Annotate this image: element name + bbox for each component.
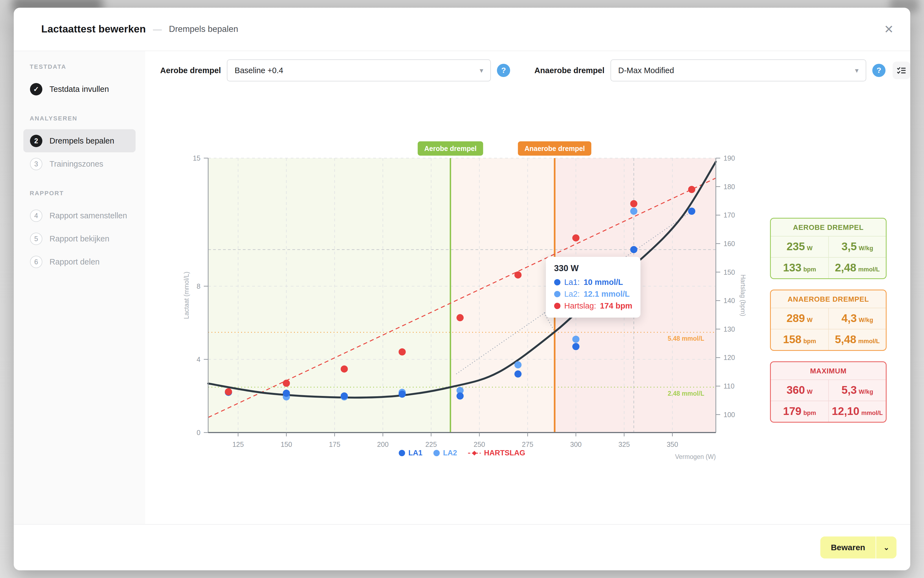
close-icon[interactable]: ✕ bbox=[880, 20, 898, 38]
la2-dot-icon bbox=[554, 291, 560, 297]
la1-dot-icon bbox=[399, 450, 405, 456]
legend-item-la2[interactable]: LA2 bbox=[434, 449, 457, 457]
page-title: Lactaattest bewerken bbox=[41, 23, 146, 35]
data-point-hartslag[interactable] bbox=[283, 380, 290, 387]
spacer bbox=[14, 101, 145, 115]
aerobic-threshold-select[interactable]: Baseline +0.4 ▾ bbox=[227, 59, 491, 81]
sidebar-item-label: Rapport samenstellen bbox=[49, 211, 127, 220]
card-cell: 5,48mmol/L bbox=[828, 329, 886, 350]
data-point-la2[interactable] bbox=[515, 361, 522, 369]
card-cell: 360W bbox=[771, 380, 828, 401]
sidebar-item-label: Rapport bekijken bbox=[49, 234, 109, 244]
data-point-la1[interactable] bbox=[688, 208, 695, 215]
aerobic-help-icon[interactable]: ? bbox=[497, 64, 510, 77]
save-split-button[interactable]: Bewaren ⌄ bbox=[820, 536, 896, 559]
card-title: ANAEROBE DREMPEL bbox=[771, 291, 886, 308]
svg-text:200: 200 bbox=[377, 440, 388, 448]
heart-rate-dot-icon bbox=[554, 303, 560, 309]
svg-text:225: 225 bbox=[425, 440, 437, 448]
anaerobic-help-icon[interactable]: ? bbox=[872, 64, 885, 77]
anaerobic-threshold-select[interactable]: D-Max Modified ▾ bbox=[611, 59, 866, 81]
anaerobic-threshold-pill[interactable]: Anaerobe drempel bbox=[518, 141, 591, 156]
svg-text:180: 180 bbox=[724, 183, 735, 190]
tooltip-row-hartslag: Hartslag: 174 bpm bbox=[554, 301, 632, 310]
card-cell: 133bpm bbox=[771, 257, 828, 278]
lactate-chart[interactable]: 1251501752002252502753003253500481510011… bbox=[154, 132, 770, 498]
steps-sidebar: TESTDATA ✓ Testdata invullen ANALYSEREN … bbox=[14, 51, 145, 524]
sidebar-item-label: Trainingszones bbox=[49, 159, 103, 169]
aerobic-threshold-value: Baseline +0.4 bbox=[235, 66, 283, 75]
data-point-hartslag[interactable] bbox=[225, 388, 232, 395]
tooltip-value: 12.1 mmol/L bbox=[583, 289, 630, 299]
svg-text:325: 325 bbox=[619, 440, 630, 448]
aerobic-threshold-label: Aerobe drempel bbox=[160, 66, 221, 75]
sidebar-item-label: Testdata invullen bbox=[49, 85, 109, 94]
legend-label: LA2 bbox=[443, 449, 457, 457]
threshold-settings-icon[interactable] bbox=[893, 62, 910, 79]
legend-label: LA1 bbox=[408, 449, 422, 457]
card-cell: 4,3W/kg bbox=[828, 308, 886, 329]
legend-item-la1[interactable]: LA1 bbox=[399, 449, 422, 457]
svg-text:4: 4 bbox=[196, 356, 200, 363]
data-point-hartslag[interactable] bbox=[456, 314, 464, 321]
sidebar-item-rapport-bekijken[interactable]: 5 Rapport bekijken bbox=[23, 227, 136, 250]
card-cell: 5,3W/kg bbox=[828, 380, 886, 401]
data-point-la1[interactable] bbox=[572, 343, 580, 350]
data-point-la1[interactable] bbox=[630, 246, 637, 253]
data-point-la1[interactable] bbox=[515, 370, 522, 378]
sidebar-section-testdata: TESTDATA bbox=[30, 63, 145, 70]
step-check-icon: ✓ bbox=[30, 83, 42, 96]
edit-lactate-test-modal: Lactaattest bewerken — Drempels bepalen … bbox=[14, 8, 910, 570]
data-point-hartslag[interactable] bbox=[630, 200, 637, 207]
svg-text:0: 0 bbox=[196, 429, 200, 437]
legend-item-hartslag[interactable]: HARTSLAG bbox=[468, 449, 525, 457]
sidebar-item-drempels-bepalen[interactable]: 2 Drempels bepalen bbox=[23, 129, 136, 153]
step-number-icon: 4 bbox=[30, 209, 42, 222]
data-point-hartslag[interactable] bbox=[688, 186, 695, 193]
svg-text:190: 190 bbox=[724, 154, 735, 162]
data-point-hartslag[interactable] bbox=[398, 348, 406, 356]
anaerobic-lactate-line-label: 5.48 mmol/L bbox=[668, 335, 704, 343]
svg-text:150: 150 bbox=[281, 440, 292, 448]
save-button[interactable]: Bewaren bbox=[820, 536, 875, 559]
card-cell: 158bpm bbox=[771, 329, 828, 350]
data-point-hartslag[interactable] bbox=[341, 365, 348, 373]
chevron-down-icon: ▾ bbox=[480, 66, 483, 75]
card-cell: 12,10mmol/L bbox=[828, 401, 886, 422]
data-point-hartslag[interactable] bbox=[572, 234, 580, 242]
chevron-down-icon: ▾ bbox=[855, 66, 859, 75]
la1-dot-icon bbox=[554, 279, 560, 286]
anaerobic-threshold-card: ANAEROBE DREMPEL 289W 4,3W/kg 158bpm 5,4… bbox=[770, 289, 887, 351]
data-point-hartslag[interactable] bbox=[515, 271, 522, 279]
anaerobic-threshold-label: Anaerobe drempel bbox=[534, 66, 604, 75]
sidebar-item-label: Drempels bepalen bbox=[49, 136, 114, 146]
step-number-icon: 5 bbox=[30, 233, 42, 245]
data-point-la2[interactable] bbox=[572, 336, 580, 343]
svg-text:125: 125 bbox=[232, 440, 244, 448]
step-number-icon: 2 bbox=[30, 135, 42, 147]
svg-text:300: 300 bbox=[570, 440, 581, 448]
maximum-card: MAXIMUM 360W 5,3W/kg 179bpm 12,10mmol/L bbox=[770, 361, 887, 423]
data-point-la1[interactable] bbox=[283, 390, 290, 397]
data-point-la2[interactable] bbox=[630, 208, 637, 215]
chevron-down-icon[interactable]: ⌄ bbox=[876, 536, 896, 559]
svg-text:100: 100 bbox=[724, 411, 735, 419]
data-point-la1[interactable] bbox=[341, 392, 348, 399]
sidebar-item-testdata-invullen[interactable]: ✓ Testdata invullen bbox=[23, 78, 136, 101]
left-axis-title: Lactaat (mmol/L) bbox=[183, 272, 190, 319]
aerobic-threshold-pill[interactable]: Aerobe drempel bbox=[418, 141, 483, 156]
lactate-chart-area: 1251501752002252502753003253500481510011… bbox=[154, 132, 770, 498]
sidebar-section-analyseren: ANALYSEREN bbox=[30, 115, 145, 122]
tooltip-label: La1: bbox=[564, 278, 580, 287]
page-subtitle: Drempels bepalen bbox=[169, 24, 238, 34]
svg-text:130: 130 bbox=[724, 325, 735, 333]
sidebar-item-rapport-samenstellen[interactable]: 4 Rapport samenstellen bbox=[23, 204, 136, 227]
la2-dot-icon bbox=[434, 450, 440, 456]
title-divider: — bbox=[153, 24, 162, 34]
sidebar-item-rapport-delen[interactable]: 6 Rapport delen bbox=[23, 250, 136, 273]
right-axis-title: Hartslag (bpm) bbox=[739, 274, 747, 316]
data-point-la1[interactable] bbox=[456, 392, 464, 399]
data-point-la1[interactable] bbox=[398, 390, 406, 398]
svg-text:120: 120 bbox=[724, 354, 735, 361]
sidebar-item-trainingszones[interactable]: 3 Trainingszones bbox=[23, 153, 136, 175]
